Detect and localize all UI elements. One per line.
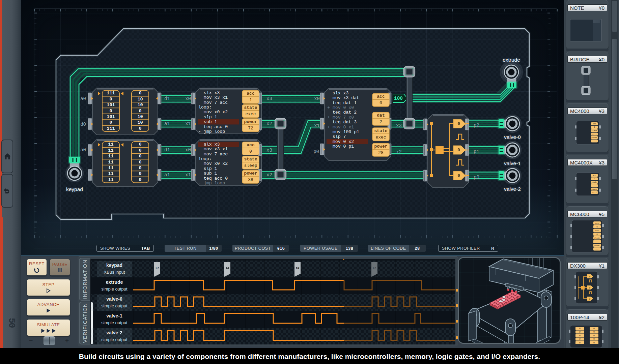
svg-text:mov 7 acc: mov 7 acc [198,100,228,105]
svg-text:10: 10 [137,114,143,119]
svg-text:10: 10 [137,120,143,125]
svg-text:valve-2: valve-2 [504,186,521,192]
svg-text:x0: x0 [314,96,320,101]
svg-text:0: 0 [589,298,590,300]
svg-text:state: state [374,128,387,133]
svg-text:11: 11 [108,165,113,171]
svg-text:x3: x3 [396,123,402,128]
svg-text:101: 101 [107,114,115,119]
svg-text:1: 1 [372,267,377,269]
svg-text:- jmp loop: - jmp loop [198,181,225,186]
svg-text:power: power [244,119,257,124]
svg-text:72: 72 [248,126,253,131]
svg-text:sub 1: sub 1 [198,171,217,176]
svg-text:111: 111 [107,126,115,131]
svg-text:+ mov 0 x1: + mov 0 x1 [327,125,354,130]
svg-text:3: 3 [225,267,230,269]
svg-text:sub 1: sub 1 [198,119,217,124]
svg-text:----: ---- [592,191,597,194]
svg-text:keypad: keypad [66,186,83,192]
svg-text:power: power [591,136,597,139]
svg-text:x1: x1 [185,121,191,126]
svg-text:0: 0 [457,122,460,126]
svg-text:0: 0 [139,171,141,176]
svg-text:0: 0 [593,328,595,330]
svg-text:slx x3: slx x3 [198,90,220,95]
svg-text:----: ---- [595,241,599,243]
svg-text:p0: p0 [474,175,479,180]
svg-text:slp 1: slp 1 [198,166,217,171]
svg-text:mov 7 acc: mov 7 acc [198,152,228,157]
svg-text:x3: x3 [266,148,272,153]
svg-text:slp 1: slp 1 [198,115,217,120]
svg-text:state: state [244,157,257,162]
svg-text:exec: exec [375,135,386,140]
svg-text:dat: dat [377,113,385,118]
svg-text:p0: p0 [313,149,319,154]
svg-text:1: 1 [155,267,160,269]
svg-text:mov x0 x2: mov x0 x2 [198,161,228,166]
svg-text:0: 0 [457,148,460,153]
svg-text:valve-0: valve-0 [504,134,521,140]
svg-text:0: 0 [589,286,590,289]
svg-text:2: 2 [295,267,300,269]
svg-text:0: 0 [589,275,590,278]
svg-text:0: 0 [596,226,598,228]
svg-text:0: 0 [579,338,581,340]
svg-text:11: 11 [108,171,113,176]
svg-text:0: 0 [579,331,581,333]
svg-text:extrude: extrude [503,57,520,63]
svg-text:p2: p2 [474,123,479,128]
svg-text:0: 0 [109,120,112,125]
svg-text:acc: acc [595,222,599,224]
svg-text:11: 11 [108,154,113,159]
svg-text:----: ---- [592,140,597,142]
svg-text:0: 0 [139,148,141,153]
svg-text:a1: a1 [164,172,170,178]
svg-text:----: ---- [595,248,599,250]
svg-text:mov x3 dat: mov x3 dat [327,95,359,100]
svg-text:0: 0 [139,126,141,131]
svg-text:mov x0 x2: mov x0 x2 [198,110,228,115]
svg-text:0: 0 [594,178,595,180]
svg-text:0: 0 [596,233,598,236]
svg-text:d1: d1 [164,96,170,101]
svg-text:power: power [374,144,387,149]
svg-text:0: 0 [579,328,581,330]
svg-text:x1: x1 [185,172,191,178]
svg-text:0: 0 [593,338,595,340]
svg-text:acc: acc [593,174,596,177]
svg-text:teq dat 3: teq dat 3 [327,120,357,125]
svg-text:valve-1: valve-1 [504,160,521,166]
svg-text:mov 100 p1: mov 100 p1 [327,129,359,134]
svg-text:11: 11 [108,148,113,153]
svg-text:0: 0 [139,154,141,159]
svg-text:0: 0 [139,165,141,171]
svg-text:11: 11 [108,142,113,147]
svg-text:38: 38 [248,177,253,182]
svg-text:d1: d1 [164,147,170,153]
svg-text:x2: x2 [266,121,272,126]
svg-text:p1: p1 [474,149,479,154]
svg-text:0: 0 [139,109,141,114]
svg-text:0: 0 [579,335,581,337]
svg-text:x2: x2 [266,172,272,178]
svg-text:2: 2 [379,119,382,124]
svg-text:mov x3 x1: mov x3 x1 [198,147,228,152]
svg-text:mov x3 x1: mov x3 x1 [198,95,228,100]
svg-text:- jmp loop: - jmp loop [198,129,225,134]
svg-text:0: 0 [139,142,141,147]
svg-text:d0: d0 [80,122,86,127]
svg-text:11: 11 [108,160,113,165]
svg-text:state: state [244,105,257,110]
svg-text:0: 0 [139,91,141,96]
svg-text:x2: x2 [396,149,402,155]
svg-text:100: 100 [394,96,403,101]
svg-text:teq dat 2: teq dat 2 [327,110,357,115]
svg-text:a1: a1 [164,121,170,126]
svg-text:0: 0 [593,342,595,344]
svg-text:loop:: loop: [198,105,212,110]
svg-text:acc: acc [593,123,596,125]
svg-text:slx x3: slx x3 [327,91,348,96]
svg-text:acc: acc [377,94,385,99]
